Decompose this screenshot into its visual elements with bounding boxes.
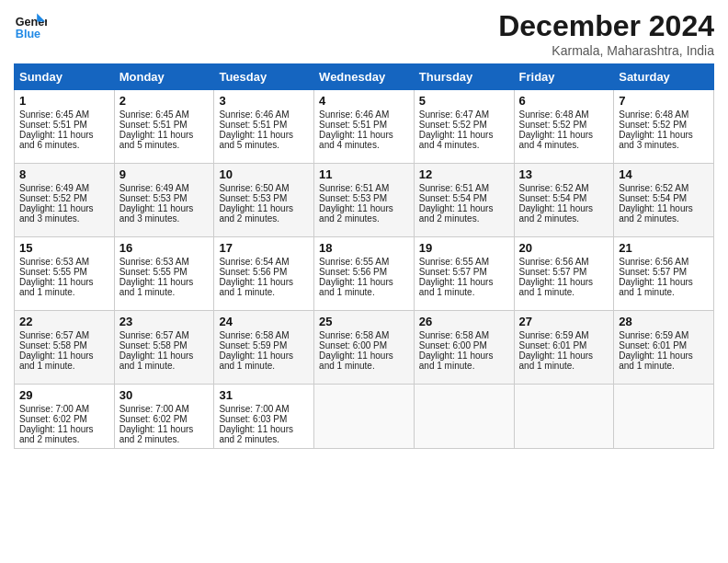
day-number: 31 [219,388,309,402]
day-info: Daylight: 11 hours and 1 minute. [519,277,609,297]
day-info: Daylight: 11 hours and 4 minutes. [519,130,609,150]
day-info: Sunrise: 6:45 AM [119,109,210,120]
day-number: 1 [19,94,109,108]
month-title: December 2024 [498,9,714,43]
title-block: December 2024 Karmala, Maharashtra, Indi… [498,9,714,58]
calendar-cell: 17Sunrise: 6:54 AMSunset: 5:56 PMDayligh… [214,237,314,311]
calendar-cell: 20Sunrise: 6:56 AMSunset: 5:57 PMDayligh… [514,237,614,311]
day-number: 24 [219,315,309,328]
day-number: 26 [419,315,509,328]
location: Karmala, Maharashtra, India [498,43,714,58]
day-info: Sunrise: 6:45 AM [19,109,109,120]
day-info: Sunrise: 6:58 AM [419,330,509,340]
header: General Blue December 2024 Karmala, Maha… [14,9,714,58]
day-info: Daylight: 11 hours and 2 minutes. [19,424,109,444]
day-info: Sunrise: 6:58 AM [319,330,409,340]
day-info: Sunrise: 6:58 AM [219,330,309,340]
day-number: 22 [19,315,109,328]
calendar-cell: 11Sunrise: 6:51 AMSunset: 5:53 PMDayligh… [314,164,415,237]
calendar-cell [614,385,714,449]
calendar-cell: 14Sunrise: 6:52 AMSunset: 5:54 PMDayligh… [614,164,714,237]
calendar-cell: 3Sunrise: 6:46 AMSunset: 5:51 PMDaylight… [214,90,314,164]
calendar-cell: 27Sunrise: 6:59 AMSunset: 6:01 PMDayligh… [514,311,614,385]
day-number: 20 [519,241,609,255]
day-info: Sunset: 5:56 PM [219,267,309,277]
day-info: Daylight: 11 hours and 3 minutes. [19,203,109,224]
day-number: 17 [219,241,309,255]
day-info: Daylight: 11 hours and 2 minutes. [219,424,309,444]
calendar-cell: 29Sunrise: 7:00 AMSunset: 6:02 PMDayligh… [15,385,115,449]
main-container: General Blue December 2024 Karmala, Maha… [0,0,728,458]
day-number: 29 [19,388,109,402]
day-info: Sunrise: 6:46 AM [219,109,309,120]
day-info: Daylight: 11 hours and 2 minutes. [619,203,709,224]
logo-icon: General Blue [14,9,47,42]
day-info: Daylight: 11 hours and 4 minutes. [319,130,409,150]
calendar-cell: 16Sunrise: 6:53 AMSunset: 5:55 PMDayligh… [114,237,214,311]
day-info: Sunset: 6:01 PM [619,340,709,350]
header-thursday: Thursday [414,64,514,90]
day-info: Sunset: 5:57 PM [619,267,709,277]
day-info: Sunset: 5:54 PM [419,193,509,203]
header-monday: Monday [114,64,214,90]
day-info: Sunrise: 6:47 AM [419,109,509,120]
day-number: 7 [619,94,709,108]
day-number: 10 [219,167,309,181]
calendar-cell: 4Sunrise: 6:46 AMSunset: 5:51 PMDaylight… [314,90,415,164]
calendar-cell: 15Sunrise: 6:53 AMSunset: 5:55 PMDayligh… [15,237,115,311]
day-info: Sunset: 5:57 PM [419,267,509,277]
day-info: Daylight: 11 hours and 5 minutes. [219,130,309,150]
calendar-cell: 13Sunrise: 6:52 AMSunset: 5:54 PMDayligh… [514,164,614,237]
day-number: 6 [519,94,609,108]
day-info: Daylight: 11 hours and 1 minute. [19,350,109,371]
day-info: Daylight: 11 hours and 1 minute. [419,277,509,297]
day-info: Daylight: 11 hours and 4 minutes. [419,130,509,150]
day-info: Sunrise: 6:49 AM [119,183,210,193]
calendar-cell: 30Sunrise: 7:00 AMSunset: 6:02 PMDayligh… [114,385,214,449]
day-info: Sunset: 6:02 PM [19,414,109,424]
day-info: Sunset: 5:58 PM [119,340,210,350]
calendar-cell: 23Sunrise: 6:57 AMSunset: 5:58 PMDayligh… [114,311,214,385]
day-info: Sunrise: 7:00 AM [19,404,109,414]
day-info: Daylight: 11 hours and 1 minute. [219,277,309,297]
day-info: Sunset: 5:55 PM [119,267,210,277]
calendar-cell: 8Sunrise: 6:49 AMSunset: 5:52 PMDaylight… [15,164,115,237]
day-info: Sunrise: 6:50 AM [219,183,309,193]
day-info: Sunset: 5:51 PM [319,120,409,130]
day-info: Sunset: 5:53 PM [319,193,409,203]
day-number: 16 [119,241,210,255]
calendar-cell: 2Sunrise: 6:45 AMSunset: 5:51 PMDaylight… [114,90,214,164]
day-info: Sunrise: 6:46 AM [319,109,409,120]
day-info: Daylight: 11 hours and 2 minutes. [519,203,609,224]
day-info: Sunset: 5:51 PM [119,120,210,130]
day-number: 18 [319,241,409,255]
day-info: Sunrise: 6:55 AM [319,257,409,267]
calendar-cell: 26Sunrise: 6:58 AMSunset: 6:00 PMDayligh… [414,311,514,385]
day-info: Sunset: 5:57 PM [519,267,609,277]
day-info: Sunrise: 6:57 AM [119,330,210,340]
day-info: Daylight: 11 hours and 1 minute. [619,350,709,371]
day-number: 28 [619,315,709,328]
day-info: Sunset: 5:53 PM [119,193,210,203]
day-info: Sunrise: 6:57 AM [19,330,109,340]
day-info: Sunset: 6:01 PM [519,340,609,350]
day-info: Daylight: 11 hours and 1 minute. [619,277,709,297]
calendar-cell: 9Sunrise: 6:49 AMSunset: 5:53 PMDaylight… [114,164,214,237]
day-info: Sunrise: 6:51 AM [319,183,409,193]
header-friday: Friday [514,64,614,90]
day-info: Sunset: 5:52 PM [519,120,609,130]
calendar-cell: 31Sunrise: 7:00 AMSunset: 6:03 PMDayligh… [214,385,314,449]
day-info: Sunrise: 6:56 AM [519,257,609,267]
day-info: Sunrise: 6:55 AM [419,257,509,267]
day-info: Sunset: 5:52 PM [619,120,709,130]
day-header-row: Sunday Monday Tuesday Wednesday Thursday… [15,64,714,90]
day-info: Daylight: 11 hours and 3 minutes. [619,130,709,150]
day-number: 15 [19,241,109,255]
day-info: Daylight: 11 hours and 1 minute. [119,350,210,371]
day-info: Daylight: 11 hours and 2 minutes. [419,203,509,224]
day-info: Sunset: 5:59 PM [219,340,309,350]
day-info: Daylight: 11 hours and 2 minutes. [219,203,309,224]
calendar-cell: 19Sunrise: 6:55 AMSunset: 5:57 PMDayligh… [414,237,514,311]
day-info: Sunrise: 7:00 AM [219,404,309,414]
header-tuesday: Tuesday [214,64,314,90]
